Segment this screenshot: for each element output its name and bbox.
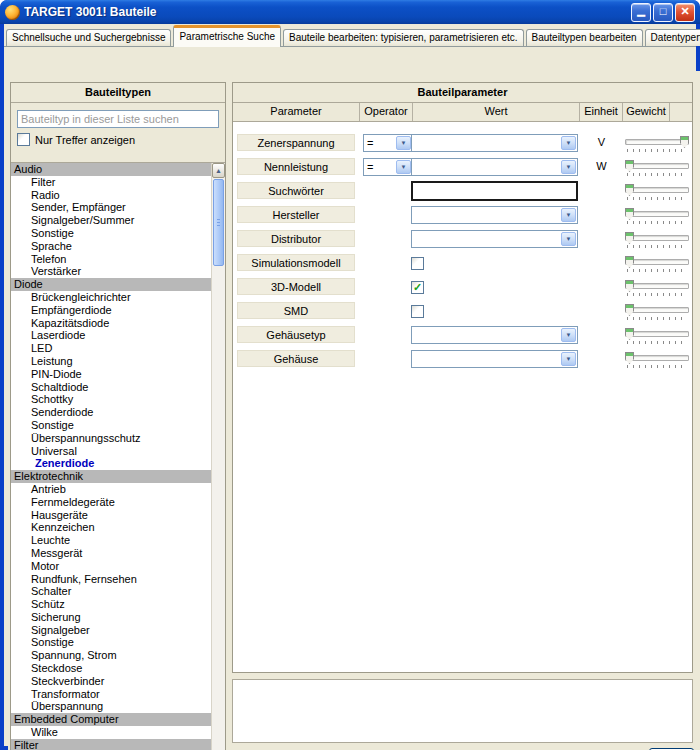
type-list-item[interactable]: Leuchte xyxy=(11,534,211,547)
type-group-header[interactable]: Filter xyxy=(11,739,211,750)
type-group-header[interactable]: Embedded Computer xyxy=(11,713,211,726)
scrollbar-track[interactable] xyxy=(212,178,225,750)
type-list-item[interactable]: Filter xyxy=(11,176,211,189)
type-list-item[interactable]: Telefon xyxy=(11,253,211,266)
dropdown-arrow-icon[interactable]: ▼ xyxy=(561,232,576,246)
type-list-item[interactable]: Zenerdiode xyxy=(11,457,211,470)
tab-parametrische-suche[interactable]: Parametrische Suche xyxy=(173,25,281,47)
slider-handle[interactable] xyxy=(680,136,689,148)
type-group-header[interactable]: Diode xyxy=(11,278,211,291)
weight-slider[interactable] xyxy=(625,232,689,248)
weight-slider[interactable] xyxy=(625,256,689,272)
value-combobox[interactable]: ▼ xyxy=(411,350,578,368)
slider-handle[interactable] xyxy=(625,328,634,340)
type-list-item[interactable]: Signalgeber/Summer xyxy=(11,214,211,227)
type-list-item[interactable]: Wilke xyxy=(11,726,211,739)
type-list-item[interactable]: Rundfunk, Fernsehen xyxy=(11,573,211,586)
type-list-item[interactable]: Sender, Empfänger xyxy=(11,201,211,214)
value-checkbox[interactable]: ✓ xyxy=(411,281,424,294)
value-checkbox[interactable] xyxy=(411,257,424,270)
type-list-item[interactable]: Kapazitätsdiode xyxy=(11,317,211,330)
operator-combobox[interactable]: =▼ xyxy=(363,134,413,152)
slider-handle[interactable] xyxy=(625,184,634,196)
type-list-item[interactable]: Schottky xyxy=(11,393,211,406)
scroll-up-button[interactable]: ▲ xyxy=(212,163,225,178)
maximize-button[interactable]: □ xyxy=(653,3,673,22)
type-list-item[interactable]: Spannung, Strom xyxy=(11,649,211,662)
type-list-item[interactable]: PIN-Diode xyxy=(11,368,211,381)
type-list-item[interactable]: Senderdiode xyxy=(11,406,211,419)
slider-handle[interactable] xyxy=(625,208,634,220)
slider-handle[interactable] xyxy=(625,256,634,268)
type-list-item[interactable]: Signalgeber xyxy=(11,624,211,637)
value-checkbox[interactable] xyxy=(411,305,424,318)
scrollbar-thumb[interactable] xyxy=(213,179,224,266)
type-list-item[interactable]: Überspannungsschutz xyxy=(11,432,211,445)
value-combobox[interactable]: ▼ xyxy=(411,158,578,176)
dropdown-arrow-icon[interactable]: ▼ xyxy=(396,136,411,150)
type-list-item[interactable]: LED xyxy=(11,342,211,355)
type-list-item[interactable]: Sonstige xyxy=(11,227,211,240)
type-group-header[interactable]: Elektrotechnik xyxy=(11,470,211,483)
type-search-input[interactable] xyxy=(17,110,219,128)
type-list-item[interactable]: Hausgeräte xyxy=(11,509,211,522)
slider-handle[interactable] xyxy=(625,280,634,292)
type-list-item[interactable]: Antrieb xyxy=(11,483,211,496)
value-combobox[interactable]: ▼ xyxy=(411,206,578,224)
minimize-button[interactable]: ▁ xyxy=(631,3,651,22)
dropdown-arrow-icon[interactable]: ▼ xyxy=(561,208,576,222)
weight-slider[interactable] xyxy=(625,304,689,320)
type-list-item[interactable]: Sicherung xyxy=(11,611,211,624)
value-input[interactable] xyxy=(411,181,578,201)
type-list-item[interactable]: Schaltdiode xyxy=(11,381,211,394)
dropdown-arrow-icon[interactable]: ▼ xyxy=(561,136,576,150)
type-list-item[interactable]: Laserdiode xyxy=(11,329,211,342)
weight-slider[interactable] xyxy=(625,280,689,296)
nur-treffer-checkbox[interactable] xyxy=(17,133,30,146)
type-list-item[interactable]: Überspannung xyxy=(11,700,211,713)
type-list-item[interactable]: Leistung xyxy=(11,355,211,368)
weight-slider[interactable] xyxy=(625,208,689,224)
type-list-item[interactable]: Verstärker xyxy=(11,265,211,278)
weight-slider[interactable] xyxy=(625,184,689,200)
type-list-item[interactable]: Kennzeichen xyxy=(11,521,211,534)
type-list-item[interactable]: Empfängerdiode xyxy=(11,304,211,317)
type-list-item[interactable]: Motor xyxy=(11,560,211,573)
type-list-scrollbar[interactable]: ▲ ▼ xyxy=(211,163,225,750)
type-list-item[interactable]: Steckdose xyxy=(11,662,211,675)
type-list-item[interactable]: Transformator xyxy=(11,688,211,701)
close-button[interactable]: ✕ xyxy=(675,3,695,22)
type-list-item[interactable]: Schalter xyxy=(11,585,211,598)
tab-bauteile-bearbeiten-typisieren-p[interactable]: Bauteile bearbeiten: typisieren, paramet… xyxy=(283,29,523,46)
slider-handle[interactable] xyxy=(625,352,634,364)
dropdown-arrow-icon[interactable]: ▼ xyxy=(396,160,411,174)
type-group-header[interactable]: Audio xyxy=(11,163,211,176)
type-list-item[interactable]: Sonstige xyxy=(11,636,211,649)
tab-datentypen-bearbeiten[interactable]: Datentypen bearbeiten xyxy=(645,29,700,46)
type-list-item[interactable]: Universal xyxy=(11,445,211,458)
weight-slider[interactable] xyxy=(625,136,689,152)
type-list-item[interactable]: Schütz xyxy=(11,598,211,611)
value-combobox[interactable]: ▼ xyxy=(411,230,578,248)
dropdown-arrow-icon[interactable]: ▼ xyxy=(561,328,576,342)
dropdown-arrow-icon[interactable]: ▼ xyxy=(561,352,576,366)
value-combobox[interactable]: ▼ xyxy=(411,134,578,152)
operator-combobox[interactable]: =▼ xyxy=(363,158,413,176)
dropdown-arrow-icon[interactable]: ▼ xyxy=(561,160,576,174)
slider-handle[interactable] xyxy=(625,232,634,244)
value-combobox[interactable]: ▼ xyxy=(411,326,578,344)
weight-slider[interactable] xyxy=(625,160,689,176)
tab-bauteiltypen-bearbeiten[interactable]: Bauteiltypen bearbeiten xyxy=(526,29,643,46)
type-list-item[interactable]: Messgerät xyxy=(11,547,211,560)
type-list-item[interactable]: Sonstige xyxy=(11,419,211,432)
weight-slider[interactable] xyxy=(625,352,689,368)
type-list-item[interactable]: Radio xyxy=(11,189,211,202)
slider-handle[interactable] xyxy=(625,304,634,316)
type-list-item[interactable]: Sprache xyxy=(11,240,211,253)
slider-handle[interactable] xyxy=(625,160,634,172)
tab-schnellsuche-und-suchergebnisse[interactable]: Schnellsuche und Suchergebnisse xyxy=(6,29,171,46)
type-list-item[interactable]: Steckverbinder xyxy=(11,675,211,688)
type-list-item[interactable]: Brückengleichrichter xyxy=(11,291,211,304)
type-list-item[interactable]: Fernmeldegeräte xyxy=(11,496,211,509)
weight-slider[interactable] xyxy=(625,328,689,344)
